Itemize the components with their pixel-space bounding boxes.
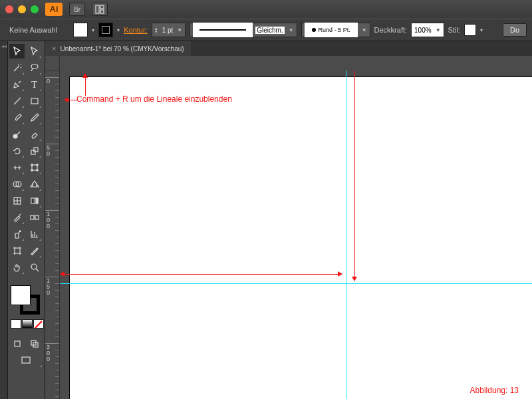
type-tool[interactable]: T [27,77,42,92]
document-tab[interactable]: × Unbenannt-1* bei 70 % (CMYK/Vorschau) [45,41,191,56]
chevron-down-icon[interactable]: ▼ [289,27,294,33]
fill-box[interactable] [11,285,31,305]
lasso-tool[interactable] [27,61,42,75]
stroke-profile-dropdown[interactable]: Gleichm. ▼ [190,23,297,37]
window-traffic-lights [5,5,39,13]
style-dropdown-icon[interactable]: ▾ [480,27,483,33]
eyedropper-tool[interactable] [9,210,25,225]
pen-icon [12,79,23,90]
hand-tool[interactable] [9,260,25,275]
svg-rect-22 [15,341,20,346]
maximize-window-button[interactable] [31,5,39,13]
pencil-tool[interactable] [27,110,42,125]
zoom-icon [29,262,40,273]
slice-icon [29,245,40,256]
svg-rect-6 [31,150,35,154]
control-bar: Keine Auswahl ▾ ▾ Kontur: ▴▾ 1 pt ▼ Glei… [0,19,532,41]
draw-mode-behind[interactable] [27,336,42,351]
style-label: Stil: [448,26,460,34]
slice-tool[interactable] [27,243,42,258]
graph-icon [29,229,40,239]
graph-tool[interactable] [27,227,42,241]
stroke-swatch-dropdown-icon[interactable]: ▾ [117,27,120,33]
shape-builder-tool[interactable] [9,177,25,192]
svg-rect-1 [100,5,104,9]
tools-panel: T [8,41,45,399]
wand-icon [12,63,23,73]
rectangle-tool[interactable] [27,94,42,108]
collapsed-panel-tab[interactable]: ◂◂ [0,41,8,399]
color-mode-gradient[interactable] [22,319,33,329]
svg-rect-18 [35,215,39,219]
chevron-down-icon[interactable]: ▼ [362,27,367,33]
document-tab-title: Unbenannt-1* bei 70 % (CMYK/Vorschau) [60,45,184,53]
fill-swatch[interactable] [73,23,88,37]
bridge-button[interactable]: Br [69,3,85,16]
drawmode-icon [12,338,23,349]
stroke-label-link[interactable]: Kontur: [124,26,147,34]
style-swatch[interactable] [464,24,476,36]
svg-rect-0 [96,5,99,13]
close-tab-icon[interactable]: × [52,45,56,53]
zoom-tool[interactable] [27,260,42,275]
fill-stroke-indicator[interactable] [11,285,43,315]
fill-swatch-dropdown-icon[interactable]: ▾ [92,27,94,33]
color-mode-solid[interactable] [11,319,21,329]
layout-arrange-button[interactable] [92,3,108,16]
annotation-arrowhead-h-r [338,271,342,277]
symbol-sprayer-tool[interactable] [9,227,25,241]
shapebuilder-icon [12,179,23,190]
color-mode-none[interactable] [33,319,44,329]
ruler-origin[interactable] [45,56,60,70]
annotation-arrowhead-1b [64,97,68,102]
minimize-window-button[interactable] [18,5,26,13]
draw-mode-normal[interactable] [9,336,25,351]
screen-mode-button[interactable] [9,353,43,368]
annotation-arrow-1b [68,100,78,100]
opacity-field[interactable]: 100% ▼ [411,23,444,37]
close-window-button[interactable] [5,5,13,13]
scale-tool[interactable] [27,144,42,158]
stroke-profile-label: Gleichm. [255,27,284,34]
free-transform-tool[interactable] [27,160,42,175]
direct-cursor-icon [29,46,40,57]
selection-tool[interactable] [9,44,25,59]
chevron-down-icon[interactable]: ▼ [177,27,182,33]
brush-name: Rund - 5 Pt. [319,27,350,33]
pen-tool[interactable] [9,77,25,92]
blob-brush-tool[interactable] [9,127,25,142]
rotate-icon [12,146,23,156]
canvas[interactable]: Command + R um die Lineale einzublenden … [60,70,532,399]
stroke-swatch[interactable] [98,23,113,37]
annotation-arrow-1 [85,77,86,96]
magic-wand-tool[interactable] [9,61,25,75]
line-tool[interactable] [9,94,25,108]
direct-selection-tool[interactable] [27,44,42,59]
panel-grip-icon: ◂◂ [1,43,7,49]
perspective-icon [29,179,40,190]
gradient-tool[interactable] [27,194,42,208]
horizontal-guide[interactable] [60,283,532,284]
blend-tool[interactable] [27,210,42,225]
svg-point-9 [31,164,32,166]
document-setup-button[interactable]: Do [503,23,527,37]
mesh-tool[interactable] [9,194,25,208]
artboard-tool[interactable] [9,243,25,258]
perspective-grid-tool[interactable] [27,177,42,192]
rotate-tool[interactable] [9,144,25,158]
brush-dropdown[interactable]: Rund - 5 Pt. ▼ [301,23,370,37]
eraser-tool[interactable] [27,127,42,142]
paintbrush-tool[interactable] [9,110,25,125]
vertical-guide[interactable] [346,70,346,399]
transform-icon [29,162,40,173]
window-titlebar: Ai Br [0,0,532,19]
svg-point-21 [31,264,37,269]
stroke-weight-field[interactable]: ▴▾ 1 pt ▼ [152,23,186,37]
width-tool[interactable] [9,160,25,175]
stepper-icon[interactable]: ▴▾ [155,27,158,33]
chevron-down-icon[interactable]: ▼ [436,27,441,33]
vertical-ruler[interactable]: 050100150200250 [45,70,60,399]
blend-icon [29,212,40,223]
annotation-arrowhead-v [352,277,357,281]
svg-point-12 [36,170,37,171]
